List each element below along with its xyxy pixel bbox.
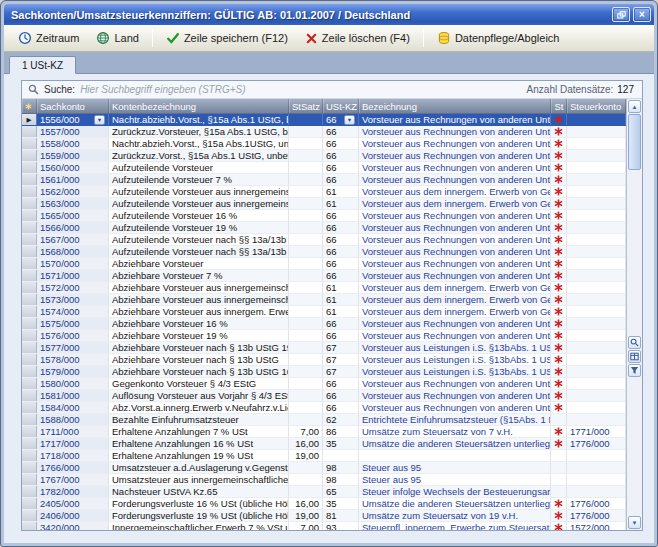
ustkz-cell: 98 ▼ xyxy=(323,462,359,473)
record-count-value: 127 xyxy=(617,84,634,95)
table-row[interactable]: 1581/000 ▼ Auflösung Vorsteuer aus Vorja… xyxy=(22,390,626,402)
zeile-speichern-label: Zeile speichern (F12) xyxy=(184,32,288,44)
table-row[interactable]: 1565/000 ▼ Aufzuteilende Vorsteuer 16 % … xyxy=(22,210,626,222)
table-row[interactable]: 1767/000 ▼ Umsatzsteuer aus innergemeins… xyxy=(22,474,626,486)
windows-button[interactable] xyxy=(612,7,630,22)
vertical-scrollbar[interactable]: ▲ xyxy=(626,99,642,530)
cell-ustkz: 61 xyxy=(326,186,337,197)
table-row[interactable]: 1572/000 ▼ Abziehbare Vorsteuer aus inne… xyxy=(22,282,626,294)
st-cell xyxy=(551,126,567,137)
cell-steuerkonto xyxy=(567,318,626,329)
column-header-bezeichnung[interactable]: Bezeichnung xyxy=(359,99,551,113)
table-row[interactable]: 3420/000 ▼ Innergemeinschaftlicher Erwer… xyxy=(22,522,626,530)
table-row[interactable]: 1573/000 ▼ Abziehbare Vorsteuer aus inne… xyxy=(22,294,626,306)
zeile-speichern-button[interactable]: Zeile speichern (F12) xyxy=(158,28,296,49)
cell-bezeichnung: Vorsteuer aus dem innergem. Erwerb von G… xyxy=(359,198,551,209)
column-header-st[interactable]: St xyxy=(551,99,567,113)
table-row[interactable]: ▶ 1556/000 ▼ Nachtr.abziehb.Vorst., §15a… xyxy=(22,114,626,126)
land-button[interactable]: Land xyxy=(88,28,146,49)
grid-columns-button[interactable] xyxy=(628,350,641,363)
grid-filter-button[interactable] xyxy=(628,364,641,377)
title-bar[interactable]: Sachkonten/Umsatzsteuerkennziffern: GÜLT… xyxy=(4,4,654,25)
tax-flag-icon xyxy=(554,283,563,292)
table-row[interactable]: 1766/000 ▼ Umsatzsteuer a.d.Auslagerung … xyxy=(22,462,626,474)
table-row[interactable]: 1782/000 ▼ Nachsteuer UStVA Kz.65 65 ▼ S… xyxy=(22,486,626,498)
table-row[interactable]: 1558/000 ▼ Nachtr.abzieh.Vorst., §15a Ab… xyxy=(22,138,626,150)
table-row[interactable]: 1588/000 ▼ Bezahlte Einfuhrumsatzsteuer … xyxy=(22,414,626,426)
column-header-sachkonto[interactable]: Sachkonto xyxy=(37,99,109,113)
table-row[interactable]: 1562/000 ▼ Aufzuteilende Vorsteuer aus i… xyxy=(22,186,626,198)
table-row[interactable]: 1563/000 ▼ Aufzuteilende Vorsteuer aus i… xyxy=(22,198,626,210)
table-row[interactable]: 1576/000 ▼ Abziehbare Vorsteuer 19 % 66 … xyxy=(22,330,626,342)
ustkz-cell: 66 ▼ xyxy=(323,174,359,185)
st-cell xyxy=(551,318,567,329)
st-cell xyxy=(551,414,567,425)
table-row[interactable]: 1571/000 ▼ Abziehbare Vorsteuer 7 % 66 ▼… xyxy=(22,270,626,282)
cell-sachkonto: 1563/000 xyxy=(40,198,80,209)
table-row[interactable]: 1711/000 ▼ Erhaltene Anzahlungen 7 % USt… xyxy=(22,426,626,438)
column-header-marker[interactable] xyxy=(22,99,37,113)
st-cell xyxy=(551,366,567,377)
sachkonto-dropdown-button[interactable]: ▼ xyxy=(94,115,105,125)
table-row[interactable]: 1578/000 ▼ Abziehbare Vorsteuer nach § 1… xyxy=(22,354,626,366)
tab-ust-kz[interactable]: 1 USt-KZ xyxy=(9,56,76,74)
zeitraum-button[interactable]: Zeitraum xyxy=(10,28,87,49)
row-marker-cell xyxy=(22,366,37,377)
table-row[interactable]: 1566/000 ▼ Aufzuteilende Vorsteuer 19 % … xyxy=(22,222,626,234)
grid-search-button[interactable] xyxy=(628,336,641,349)
cell-stsatz: 7,00 xyxy=(289,426,323,437)
table-row[interactable]: 1568/000 ▼ Aufzuteilende Vorsteuer nach … xyxy=(22,246,626,258)
cell-bezeichnung: Umsätze die anderen Steuersätzen unterli… xyxy=(359,498,551,509)
row-marker-cell xyxy=(22,318,37,329)
table-row[interactable]: 1560/000 ▼ Aufzuteilende Vorsteuer 66 ▼ … xyxy=(22,162,626,174)
table-row[interactable]: 1580/000 ▼ Gegenkonto Vorsteuer § 4/3 ES… xyxy=(22,378,626,390)
ustkz-cell: 66 ▼ xyxy=(323,270,359,281)
cell-kontenbezeichnung: Aufzuteilende Vorsteuer aus innergemeins… xyxy=(109,186,289,197)
row-marker-cell xyxy=(22,474,37,485)
cell-kontenbezeichnung: Aufzuteilende Vorsteuer nach §§ 13a/13b … xyxy=(109,234,289,245)
table-row[interactable]: 1557/000 ▼ Zurückzuz.Vorsteuer, §15a Abs… xyxy=(22,126,626,138)
datenpflege-button[interactable]: Datenpflege/Abgleich xyxy=(429,28,568,49)
tax-flag-icon xyxy=(554,175,563,184)
ustkz-cell: 98 ▼ xyxy=(323,474,359,485)
zeile-loeschen-button[interactable]: Zeile löschen (F4) xyxy=(297,28,418,49)
ustkz-dropdown-button[interactable]: ▼ xyxy=(344,115,355,125)
column-header-ustkz[interactable]: USt-KZ xyxy=(323,99,359,113)
table-row[interactable]: 1567/000 ▼ Aufzuteilende Vorsteuer nach … xyxy=(22,234,626,246)
content-panel: Suche: Hier Suchbegriff eingeben (STRG+S… xyxy=(4,73,654,543)
table-row[interactable]: 1575/000 ▼ Abziehbare Vorsteuer 16 % 66 … xyxy=(22,318,626,330)
cell-steuerkonto: 1776/000 xyxy=(567,498,626,509)
table-row[interactable]: 1717/000 ▼ Erhaltene Anzahlungen 16 % US… xyxy=(22,438,626,450)
cell-ustkz: 98 xyxy=(326,474,337,485)
column-header-kontenbezeichnung[interactable]: Kontenbezeichnung xyxy=(109,99,289,113)
cell-bezeichnung: Vorsteuer aus Rechnungen von anderen Unt… xyxy=(359,150,551,161)
search-input[interactable]: Hier Suchbegriff eingeben (STRG+S) xyxy=(80,84,245,95)
table-row[interactable]: 1718/000 ▼ Erhaltene Anzahlungen 19 % US… xyxy=(22,450,626,462)
globe-icon xyxy=(96,31,110,45)
ustkz-cell: 61 ▼ xyxy=(323,282,359,293)
scroll-up-button[interactable]: ▲ xyxy=(628,100,641,113)
search-bar[interactable]: Suche: Hier Suchbegriff eingeben (STRG+S… xyxy=(22,81,642,99)
table-row[interactable]: 2406/000 ▼ Forderungsverluste 19 % USt (… xyxy=(22,510,626,522)
table-row[interactable]: 1584/000 ▼ Abz.Vorst.a.innerg.Erwerb v.N… xyxy=(22,402,626,414)
table-row[interactable]: 1574/000 ▼ Abziehbare Vorsteuer aus inne… xyxy=(22,306,626,318)
table-row[interactable]: 1577/000 ▼ Abziehbare Vorsteuer nach § 1… xyxy=(22,342,626,354)
column-header-stsatz[interactable]: StSatz xyxy=(289,99,323,113)
table-row[interactable]: 1570/000 ▼ Abziehbare Vorsteuer 66 ▼ Vor… xyxy=(22,258,626,270)
table-row[interactable]: 1559/000 ▼ Zurückzuz.Vorst., §15a Abs.1 … xyxy=(22,150,626,162)
scroll-down-button[interactable]: ▼ xyxy=(628,516,641,529)
cell-sachkonto: 1584/000 xyxy=(40,402,80,413)
cell-ustkz: 66 xyxy=(326,222,337,233)
cell-kontenbezeichnung: Abz.Vorst.a.innerg.Erwerb v.Neufahrz.v.L… xyxy=(109,402,289,413)
cell-kontenbezeichnung: Nachtr.abziehb.Vorst., §15a Abs.1 UStG, … xyxy=(109,114,289,125)
cell-stsatz xyxy=(289,318,323,329)
column-header-steuerkonto[interactable]: Steuerkonto xyxy=(567,99,626,113)
scrollbar-thumb[interactable] xyxy=(628,114,641,170)
cell-ustkz: 66 xyxy=(326,270,337,281)
table-row[interactable]: 2405/000 ▼ Forderungsverluste 16 % USt (… xyxy=(22,498,626,510)
table-row[interactable]: 1561/000 ▼ Aufzuteilende Vorsteuer 7 % 6… xyxy=(22,174,626,186)
table-row[interactable]: 1579/000 ▼ Abziehbare Vorsteuer nach § 1… xyxy=(22,366,626,378)
cell-bezeichnung: Vorsteuer aus Rechnungen von anderen Unt… xyxy=(359,390,551,401)
close-button[interactable]: × xyxy=(633,7,651,22)
cell-bezeichnung: Steuerpfl. innergem. Erwerbe zum Steuers… xyxy=(359,522,551,530)
